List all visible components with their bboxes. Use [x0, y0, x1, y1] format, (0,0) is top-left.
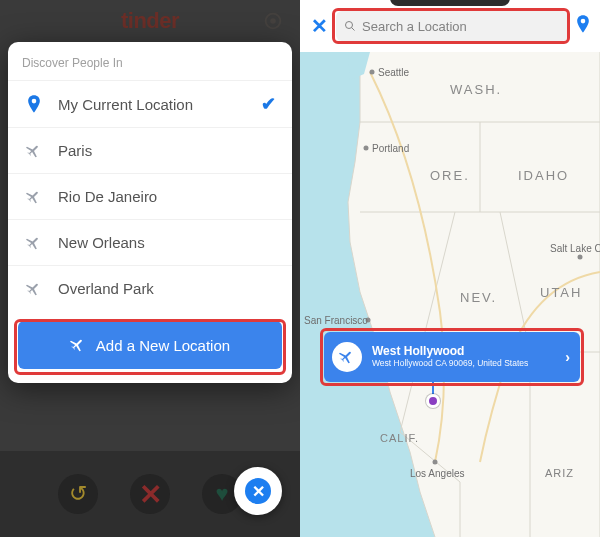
map-label-ore: ORE. [430, 168, 470, 183]
popup-title: Discover People In [8, 54, 292, 80]
close-popup-fab[interactable]: ✕ [234, 467, 282, 515]
location-label: New Orleans [58, 234, 145, 251]
location-popup: Discover People In My Current Location ✔… [8, 42, 292, 383]
map-label-nev: NEV. [460, 290, 497, 305]
location-item-neworleans[interactable]: New Orleans [8, 219, 292, 265]
svg-point-8 [578, 255, 583, 260]
destination-text: West Hollywood West Hollywood CA 90069, … [372, 345, 565, 369]
svg-point-1 [270, 18, 276, 24]
settings-icon [262, 10, 284, 32]
pin-icon [24, 95, 44, 113]
search-placeholder: Search a Location [362, 19, 467, 34]
map-label-idaho: IDAHO [518, 168, 569, 183]
plane-icon [332, 342, 362, 372]
svg-point-6 [364, 146, 369, 151]
plane-icon [24, 189, 44, 205]
brand-logo: tinder [121, 8, 179, 34]
location-label: Paris [58, 142, 92, 159]
map-marker[interactable] [426, 394, 440, 408]
map-label-utah: UTAH [540, 285, 582, 300]
check-icon: ✔ [261, 93, 276, 115]
map-label-wash: WASH. [450, 82, 502, 97]
location-label: Overland Park [58, 280, 154, 297]
svg-point-2 [346, 22, 353, 29]
right-panel: ✕ Search a Location [300, 0, 600, 537]
map-view[interactable]: Seattle WASH. Portland ORE. IDAHO Salt L… [300, 52, 600, 537]
destination-card[interactable]: West Hollywood West Hollywood CA 90069, … [324, 332, 580, 382]
location-item-overlandpark[interactable]: Overland Park [8, 265, 292, 311]
destination-title: West Hollywood [372, 345, 565, 359]
search-input[interactable]: Search a Location [336, 11, 568, 41]
svg-point-10 [433, 460, 438, 465]
notch-pill [390, 0, 510, 6]
close-icon: ✕ [245, 478, 271, 504]
location-item-rio[interactable]: Rio De Janeiro [8, 173, 292, 219]
add-location-label: Add a New Location [96, 337, 230, 354]
svg-line-3 [352, 28, 355, 31]
chevron-right-icon: › [565, 349, 570, 365]
destination-subtitle: West Hollywood CA 90069, United States [372, 359, 565, 369]
location-item-paris[interactable]: Paris [8, 127, 292, 173]
map-label-seattle: Seattle [378, 67, 410, 78]
map-label-saltlake: Salt Lake City [550, 243, 600, 254]
dim-header: tinder [0, 0, 300, 42]
svg-point-5 [370, 70, 375, 75]
close-button[interactable]: ✕ [308, 14, 330, 38]
map-label-portland: Portland [372, 143, 409, 154]
plane-icon [24, 143, 44, 159]
map-label-la: Los Angeles [410, 468, 465, 479]
plane-icon [24, 235, 44, 251]
search-bar: ✕ Search a Location [300, 0, 600, 52]
locate-me-button[interactable] [574, 15, 592, 37]
plane-icon [70, 337, 86, 353]
add-location-button[interactable]: Add a New Location [18, 321, 282, 369]
left-panel: tinder Discover People In My Current Loc… [0, 0, 300, 537]
plane-icon [24, 281, 44, 297]
location-label: Rio De Janeiro [58, 188, 157, 205]
location-item-current[interactable]: My Current Location ✔ [8, 80, 292, 127]
map-label-ariz: ARIZ [545, 467, 574, 479]
map-label-sf: San Francisco [304, 315, 368, 326]
location-label: My Current Location [58, 96, 193, 113]
rewind-button[interactable]: ↺ [58, 474, 98, 514]
nope-button[interactable]: ✕ [130, 474, 170, 514]
search-icon [344, 20, 356, 32]
map-label-calif: CALIF. [380, 432, 419, 444]
